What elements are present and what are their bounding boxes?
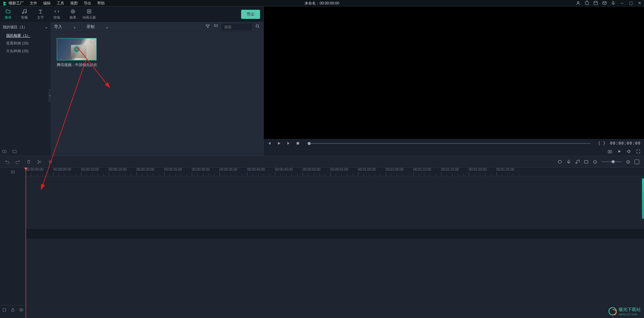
ruler-tick: 00:00:55:00 bbox=[330, 168, 348, 171]
svg-rect-16 bbox=[217, 26, 217, 27]
zoom-slider[interactable] bbox=[601, 161, 622, 162]
ruler-tick: 00:00:00:00 bbox=[26, 168, 44, 171]
browser-body: + 腾讯视频 - 中国领先的在 bbox=[51, 32, 263, 156]
play-button[interactable] bbox=[277, 141, 281, 146]
chevron-down-icon: ⌄ bbox=[97, 25, 109, 29]
volume-icon[interactable] bbox=[626, 149, 631, 155]
import-label: 导入 bbox=[54, 24, 62, 30]
track-settings-icon[interactable] bbox=[2, 308, 7, 313]
add-to-timeline-icon[interactable]: + bbox=[73, 46, 80, 53]
zoom-in-button[interactable] bbox=[626, 160, 630, 164]
prev-frame-button[interactable] bbox=[267, 141, 272, 146]
media-clip[interactable]: + 腾讯视频 - 中国领先的在 bbox=[57, 38, 97, 67]
watermark-url: www.xz7.com bbox=[619, 313, 641, 316]
svg-rect-13 bbox=[217, 25, 217, 25]
voiceover-icon[interactable] bbox=[566, 160, 571, 164]
ruler-tick: 00:01:15:00 bbox=[441, 168, 459, 171]
menu-help[interactable]: 帮助 bbox=[97, 1, 105, 6]
play-quality-icon[interactable] bbox=[617, 149, 622, 155]
track-lock-icon[interactable] bbox=[10, 308, 15, 313]
track-row[interactable] bbox=[26, 176, 644, 229]
ruler-tick: 00:01:25:00 bbox=[496, 168, 514, 171]
menu-bar: 文件 编辑 工具 视图 导出 帮助 bbox=[30, 1, 105, 6]
menu-edit[interactable]: 编辑 bbox=[43, 1, 51, 6]
left-panel: 媒体 音频 文字 转场 效果 动画元素 导出 bbox=[0, 6, 263, 156]
scrubber-handle[interactable] bbox=[308, 142, 311, 145]
svg-rect-25 bbox=[585, 160, 588, 163]
mic-icon[interactable] bbox=[611, 0, 616, 6]
next-frame-button[interactable] bbox=[286, 141, 291, 146]
export-button[interactable]: 导出 bbox=[241, 10, 260, 19]
clip-thumbnail: + bbox=[57, 38, 97, 60]
import-dropdown[interactable]: 导入 ⌄ bbox=[54, 24, 76, 30]
tab-text[interactable]: 文字 bbox=[32, 7, 49, 21]
timeline-ruler[interactable]: 00:00:00:0000:00:05:0000:00:10:0000:00:1… bbox=[26, 168, 644, 176]
filter-icon[interactable] bbox=[205, 24, 210, 30]
svg-point-0 bbox=[577, 1, 579, 3]
render-icon[interactable] bbox=[584, 160, 589, 164]
snapshot-icon[interactable] bbox=[608, 149, 612, 155]
svg-point-5 bbox=[22, 12, 24, 13]
sidebar-item-intro[interactable]: 片头样例 (20) bbox=[0, 47, 51, 55]
save-icon[interactable] bbox=[593, 0, 598, 6]
message-icon[interactable] bbox=[602, 0, 607, 6]
music-icon bbox=[22, 9, 27, 14]
tab-element[interactable]: 动画元素 bbox=[81, 7, 97, 21]
sidebar-project-header[interactable]: 我的项目（1） ⌄ bbox=[0, 23, 51, 32]
minimize-button[interactable]: ─ bbox=[619, 0, 625, 6]
chevron-down-icon: ⌄ bbox=[45, 25, 48, 29]
scroll-indicator[interactable] bbox=[642, 178, 644, 219]
adjust-button[interactable] bbox=[48, 160, 53, 164]
menu-export[interactable]: 导出 bbox=[84, 1, 91, 6]
tab-audio[interactable]: 音频 bbox=[16, 7, 32, 21]
delete-button[interactable] bbox=[26, 160, 31, 164]
fullscreen-icon[interactable] bbox=[636, 149, 641, 155]
undo-button[interactable] bbox=[5, 160, 9, 164]
folder-icon[interactable] bbox=[12, 149, 18, 154]
search-input[interactable] bbox=[222, 24, 252, 30]
tab-effect[interactable]: 效果 bbox=[65, 7, 81, 21]
svg-rect-14 bbox=[214, 26, 215, 27]
zoom-out-button[interactable] bbox=[593, 160, 597, 164]
effect-icon bbox=[70, 9, 76, 14]
watermark: 极光下载站 www.xz7.com bbox=[609, 307, 641, 316]
playhead[interactable] bbox=[26, 168, 26, 318]
close-button[interactable]: ✕ bbox=[637, 0, 642, 6]
menu-view[interactable]: 视图 bbox=[70, 1, 78, 6]
timeline-body: 00:00:00:0000:00:05:0000:00:10:0000:00:1… bbox=[0, 168, 644, 318]
timeline-tracks[interactable]: 00:00:00:0000:00:05:0000:00:10:0000:00:1… bbox=[26, 168, 644, 318]
add-track-icon[interactable] bbox=[0, 168, 25, 176]
tab-effect-label: 效果 bbox=[70, 15, 76, 20]
menu-tools[interactable]: 工具 bbox=[57, 1, 64, 6]
grid-icon[interactable] bbox=[213, 24, 218, 30]
search-icon[interactable] bbox=[255, 24, 260, 30]
watermark-logo-icon bbox=[609, 307, 617, 315]
user-icon[interactable] bbox=[575, 0, 581, 6]
redo-button[interactable] bbox=[16, 160, 20, 164]
new-folder-icon[interactable] bbox=[2, 149, 7, 154]
maximize-button[interactable]: ▢ bbox=[628, 0, 634, 6]
zoom-handle[interactable] bbox=[612, 160, 615, 163]
record-dropdown[interactable]: 录制 ⌄ bbox=[86, 24, 109, 30]
tab-text-label: 文字 bbox=[37, 15, 44, 20]
zoom-fit-button[interactable] bbox=[635, 160, 639, 164]
cart-icon[interactable] bbox=[584, 0, 590, 6]
split-button[interactable] bbox=[37, 160, 42, 164]
stop-button[interactable] bbox=[295, 141, 300, 146]
menu-file[interactable]: 文件 bbox=[30, 1, 37, 6]
marker-icon[interactable] bbox=[558, 160, 562, 164]
ruler-tick: 00:00:35:00 bbox=[220, 168, 237, 171]
preview-panel: { } 00:00:00:00 bbox=[263, 6, 644, 156]
track-visibility-icon[interactable] bbox=[19, 308, 24, 313]
track-row-dark[interactable] bbox=[26, 229, 644, 239]
sidebar-item-background[interactable]: 背景样例 (26) bbox=[0, 39, 51, 47]
preview-controls: { } 00:00:00:00 bbox=[264, 139, 644, 148]
svg-rect-2 bbox=[594, 1, 598, 5]
watermark-name: 极光下载站 bbox=[619, 307, 641, 313]
sidebar-item-album[interactable]: 我的相册（1） bbox=[0, 32, 51, 39]
track-controls bbox=[0, 305, 25, 315]
mixer-icon[interactable] bbox=[575, 160, 580, 164]
tab-media[interactable]: 媒体 bbox=[0, 7, 16, 21]
preview-scrubber[interactable] bbox=[308, 143, 591, 144]
tab-transition[interactable]: 转场 bbox=[49, 7, 65, 21]
